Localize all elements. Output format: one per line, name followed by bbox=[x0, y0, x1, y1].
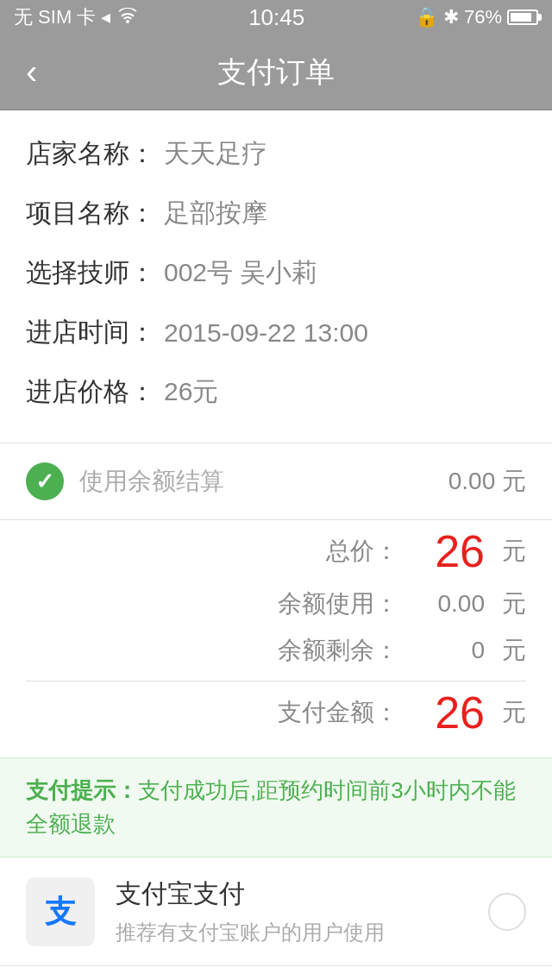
status-right: 🔒 ✱ 76% bbox=[415, 6, 538, 28]
balance-row[interactable]: 使用余额结算 0.00 元 bbox=[0, 443, 552, 520]
time-value: 2015-09-22 13:00 bbox=[164, 318, 368, 348]
shop-name-row: 店家名称： 天天足疗 bbox=[26, 136, 526, 172]
price-summary-section: 总价： 26 元 余额使用： 0.00 元 余额剩余： 0 元 支付金额： 26… bbox=[0, 520, 552, 757]
battery-icon bbox=[507, 9, 538, 25]
tech-value: 002号 吴小莉 bbox=[164, 255, 317, 291]
project-name-value: 足部按摩 bbox=[164, 196, 267, 231]
wifi-icon bbox=[117, 6, 138, 28]
bluetooth-icon: ✱ bbox=[443, 6, 459, 28]
wechat-option[interactable]: 微信支付 推荐安装微信5.0及以上版本的使用 bbox=[0, 966, 552, 980]
project-name-row: 项目名称： 足部按摩 bbox=[26, 196, 526, 231]
balance-used-label: 余额使用： bbox=[278, 587, 398, 620]
project-name-label: 项目名称： bbox=[26, 196, 164, 231]
pay-amount-row: 支付金额： 26 元 bbox=[26, 690, 526, 735]
total-value: 26 bbox=[416, 529, 485, 574]
alipay-option[interactable]: 支 支付宝支付 推荐有支付宝账户的用户使用 bbox=[0, 858, 552, 966]
total-unit: 元 bbox=[502, 535, 526, 568]
balance-left-row: 余额剩余： 0 元 bbox=[26, 634, 526, 667]
time-label: 进店时间： bbox=[26, 315, 164, 350]
battery-percent: 76% bbox=[464, 6, 502, 28]
time-row: 进店时间： 2015-09-22 13:00 bbox=[26, 315, 526, 350]
payment-notice: 支付提示：支付成功后,距预约时间前3小时内不能全额退款 bbox=[0, 757, 552, 858]
balance-left-unit: 元 bbox=[502, 634, 526, 667]
payment-options-section: 支 支付宝支付 推荐有支付宝账户的用户使用 bbox=[0, 858, 552, 980]
nav-bar: ‹ 支付订单 bbox=[0, 35, 552, 110]
shop-name-label: 店家名称： bbox=[26, 136, 164, 172]
total-label: 总价： bbox=[326, 535, 398, 568]
alipay-icon-box: 支 bbox=[26, 877, 95, 946]
order-info-section: 店家名称： 天天足疗 项目名称： 足部按摩 选择技师： 002号 吴小莉 进店时… bbox=[0, 110, 552, 443]
pay-amount-label: 支付金额： bbox=[278, 696, 398, 729]
lock-icon: 🔒 bbox=[415, 6, 438, 28]
status-time: 10:45 bbox=[248, 4, 304, 31]
price-value: 26元 bbox=[164, 374, 218, 410]
alipay-name: 支付宝支付 bbox=[116, 876, 488, 912]
balance-label: 使用余额结算 bbox=[79, 465, 448, 498]
balance-left-value: 0 bbox=[416, 637, 485, 664]
balance-used-value: 0.00 bbox=[416, 590, 485, 618]
tech-label: 选择技师： bbox=[26, 255, 164, 291]
balance-used-unit: 元 bbox=[502, 587, 526, 620]
notice-prefix: 支付提示： bbox=[26, 777, 138, 803]
price-divider bbox=[26, 681, 526, 682]
alipay-radio[interactable] bbox=[488, 893, 526, 931]
page-title: 支付订单 bbox=[217, 53, 335, 92]
shop-name-value: 天天足疗 bbox=[164, 136, 267, 172]
back-button[interactable]: ‹ bbox=[17, 44, 46, 100]
price-label: 进店价格： bbox=[26, 374, 164, 410]
balance-amount: 0.00 元 bbox=[448, 465, 526, 498]
alipay-icon: 支 bbox=[34, 886, 86, 938]
main-content: 店家名称： 天天足疗 项目名称： 足部按摩 选择技师： 002号 吴小莉 进店时… bbox=[0, 110, 552, 980]
balance-used-row: 余额使用： 0.00 元 bbox=[26, 587, 526, 620]
sim-label: 无 SIM 卡 ◂ bbox=[14, 4, 110, 30]
total-row: 总价： 26 元 bbox=[26, 529, 526, 574]
alipay-info: 支付宝支付 推荐有支付宝账户的用户使用 bbox=[116, 876, 488, 946]
price-row: 进店价格： 26元 bbox=[26, 374, 526, 410]
balance-left-label: 余额剩余： bbox=[278, 634, 398, 667]
pay-amount-unit: 元 bbox=[502, 696, 526, 729]
pay-amount-value: 26 bbox=[416, 690, 485, 735]
balance-check-icon bbox=[26, 462, 64, 500]
svg-text:支: 支 bbox=[44, 894, 77, 929]
status-left: 无 SIM 卡 ◂ bbox=[14, 4, 138, 30]
tech-row: 选择技师： 002号 吴小莉 bbox=[26, 255, 526, 291]
alipay-desc: 推荐有支付宝账户的用户使用 bbox=[116, 919, 488, 946]
status-bar: 无 SIM 卡 ◂ 10:45 🔒 ✱ 76% bbox=[0, 0, 552, 35]
